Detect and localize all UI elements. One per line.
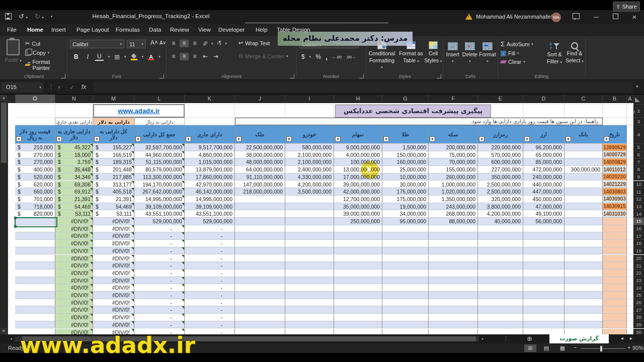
cell-B12[interactable]: 14030903 <box>603 196 627 203</box>
cell-K4[interactable]: دارای جاری▾ <box>185 125 235 144</box>
cell-L15[interactable]: 529,000,000 <box>134 218 185 225</box>
cell-K8[interactable]: 13,879,000,000 <box>185 166 235 173</box>
cell-C5[interactable] <box>565 144 603 151</box>
row-header-29[interactable]: 29 <box>633 321 644 329</box>
fill-color-button[interactable] <box>131 54 137 60</box>
cell-D8[interactable]: 472,000,000 <box>523 166 565 173</box>
row-header-22[interactable]: 22 <box>633 269 644 277</box>
cell-G27[interactable] <box>382 306 429 314</box>
cell-L9[interactable]: 113,300,000,000 <box>134 173 185 181</box>
cell-B8[interactable]: 14011012 <box>603 166 627 173</box>
cell-G22[interactable] <box>382 269 429 277</box>
cell-D29[interactable] <box>523 321 565 329</box>
cell-E5[interactable]: 220,000,000 <box>478 144 523 151</box>
cell-A20[interactable] <box>627 255 633 262</box>
cell-J13[interactable] <box>235 203 285 211</box>
cell-F21[interactable] <box>429 262 478 269</box>
cell-I6[interactable]: 2,100,000,000 <box>285 151 334 159</box>
cell-I12[interactable] <box>285 196 334 203</box>
cell-E13[interactable]: 3,800,000,000 <box>478 203 523 211</box>
cell-D13[interactable]: 47,000,000 <box>523 203 565 211</box>
cell-O29[interactable] <box>15 321 55 329</box>
row-header-18[interactable]: 18 <box>633 240 644 247</box>
cell-E21[interactable] <box>478 262 523 269</box>
merge-center-button[interactable]: ⊟Merge & Center ▾ <box>238 53 288 59</box>
alignment-dialog-launcher[interactable] <box>290 74 294 78</box>
cell-C14[interactable] <box>565 210 603 218</box>
cell-B3[interactable] <box>603 118 627 125</box>
cell-M24[interactable]: #DIV/0! <box>93 284 134 292</box>
cell-L12[interactable]: 14,995,000,000 <box>134 196 185 203</box>
filter-button-I[interactable]: ▾ <box>286 136 292 142</box>
cell-N13[interactable]: $54,469 <box>55 203 93 211</box>
cancel-entry-icon[interactable]: × <box>57 84 61 91</box>
cell-F10[interactable]: 1,000,000,000 <box>429 181 478 189</box>
cell-K9[interactable]: 17,860,000,000 <box>185 173 235 181</box>
cell-C26[interactable] <box>565 299 603 307</box>
row-header-28[interactable]: 28 <box>633 314 644 321</box>
cell-O17[interactable] <box>15 232 55 240</box>
cell-E29[interactable] <box>478 321 523 329</box>
cell-B9[interactable]: 14020230 <box>603 173 627 181</box>
cell-F26[interactable] <box>429 299 478 307</box>
collapse-ribbon-icon[interactable]: ˄ <box>633 110 636 115</box>
cell-J12[interactable] <box>235 196 285 203</box>
cell-H28[interactable] <box>334 314 382 321</box>
row-header-23[interactable]: 23 <box>633 277 644 285</box>
cell-L13[interactable]: 39,109,000,000 <box>134 203 185 211</box>
cell-O6[interactable]: $270,000 <box>15 151 55 159</box>
filter-button-M[interactable]: ▾ <box>94 136 100 142</box>
cell-M7[interactable]: $189,315 <box>93 158 134 166</box>
cell-A18[interactable] <box>627 240 633 247</box>
cell-D20[interactable] <box>523 255 565 262</box>
cell-D28[interactable] <box>523 314 565 321</box>
cell-B17[interactable] <box>603 232 627 240</box>
cell-B4[interactable]: تاریخ▾ <box>603 125 627 144</box>
filter-button-G[interactable]: ▾ <box>383 136 389 142</box>
cell-G29[interactable] <box>382 321 429 329</box>
cell-F15[interactable]: 88,000,000 <box>429 218 478 225</box>
cell-D19[interactable] <box>523 247 565 255</box>
cell-C11[interactable] <box>565 188 603 196</box>
sheet-nav-left-icon[interactable]: ◄ <box>620 336 624 341</box>
cell-I24[interactable] <box>285 284 334 292</box>
column-header-H[interactable]: H <box>334 95 382 103</box>
cell-L23[interactable]: - <box>134 277 185 285</box>
cell-I28[interactable] <box>285 314 334 321</box>
cell-J22[interactable] <box>235 269 285 277</box>
cell-L16[interactable]: - <box>134 225 185 233</box>
warning-icon[interactable] <box>465 14 472 20</box>
cell-E11[interactable]: 2,500,000,000 <box>478 188 523 196</box>
format-cells-button[interactable]: ▂ Format▾ <box>479 42 496 64</box>
cell-L18[interactable]: - <box>134 240 185 247</box>
cell-A22[interactable] <box>627 269 633 277</box>
cell-O18[interactable] <box>15 240 55 247</box>
cell-F23[interactable] <box>429 277 478 285</box>
cell-O5[interactable]: $210,000 <box>15 144 55 151</box>
cell-H5[interactable]: 9,000,000,000 <box>334 144 382 151</box>
cell-M12[interactable]: $21,391 <box>93 196 134 203</box>
ltr-mark-icon[interactable]: ›¶ <box>215 40 224 47</box>
autosum-button[interactable]: ΣAutoSum ▾ <box>501 40 533 48</box>
cell-H22[interactable] <box>334 269 382 277</box>
cell-M18[interactable]: #DIV/0! <box>93 240 134 247</box>
align-bottom-icon[interactable]: ≡ <box>190 40 199 47</box>
cell-D11[interactable]: 447,000,000 <box>523 188 565 196</box>
cell-L17[interactable]: - <box>134 232 185 240</box>
zoom-out-button[interactable]: − <box>574 344 577 350</box>
cell-E8[interactable]: 227,000,000 <box>478 166 523 173</box>
filter-button-B[interactable]: ▾ <box>604 136 609 142</box>
cell-G14[interactable]: 34,000,000 <box>382 210 429 218</box>
row-header-20[interactable]: 20 <box>633 255 644 262</box>
active-cell-selection[interactable] <box>15 217 57 227</box>
cell-E20[interactable] <box>478 255 523 262</box>
cell-styles-button[interactable]: CellStyles ▾ <box>424 41 442 64</box>
row-header-25[interactable]: 25 <box>633 292 644 299</box>
cell-M28[interactable]: #DIV/0! <box>93 314 134 321</box>
bold-button[interactable]: B <box>72 53 80 60</box>
cell-C28[interactable] <box>565 314 603 321</box>
column-header-M[interactable]: M <box>93 95 134 103</box>
cell-I19[interactable] <box>285 247 334 255</box>
align-left-icon[interactable]: ≡ <box>169 53 178 60</box>
cell-N11[interactable]: $69,912 <box>55 188 93 196</box>
